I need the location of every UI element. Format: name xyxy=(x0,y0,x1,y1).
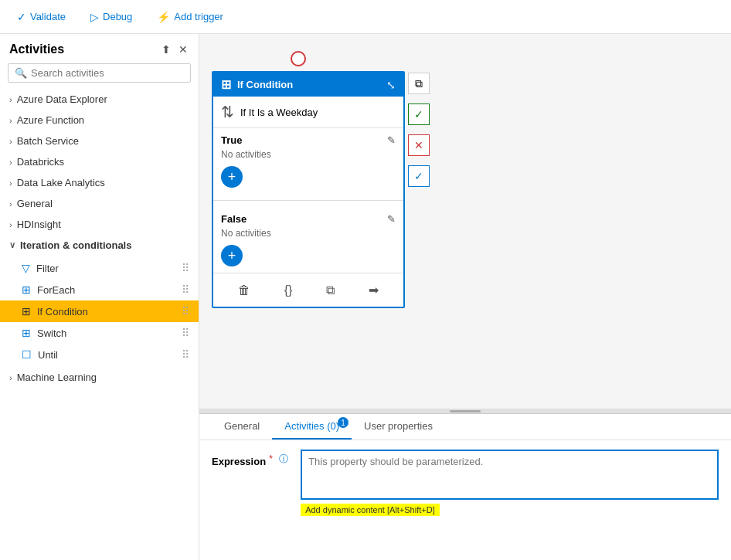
canvas-viewport: ⊞ If Condition ⤡ ⇅ If It Is a Weekday Tr… xyxy=(199,34,731,409)
chevron-right-icon: › xyxy=(9,95,12,104)
sidebar-item-switch[interactable]: ⊞ Switch ⠿ xyxy=(0,322,199,344)
card-header-left: ⊞ If Condition xyxy=(221,77,293,92)
sidebar-category-azure-data-explorer[interactable]: › Azure Data Explorer xyxy=(0,89,199,110)
sidebar: Activities ⬆ ✕ 🔍 › Azure Data Explorer ›… xyxy=(0,34,199,560)
true-no-activities: No activities xyxy=(221,149,396,160)
true-branch: True ✎ No activities + xyxy=(213,128,403,194)
sidebar-category-general[interactable]: › General xyxy=(0,193,199,214)
bottom-content: Expression * ⓘ Add dynamic content [Alt+… xyxy=(199,440,731,560)
card-expand-button[interactable]: ⤡ xyxy=(386,79,396,91)
true-label: True xyxy=(221,134,242,146)
card-name-row: ⇅ If It Is a Weekday xyxy=(213,97,403,128)
sidebar-item-label: ForEach xyxy=(37,284,75,296)
item-left: ⊞ ForEach xyxy=(22,283,75,296)
category-label: Azure Function xyxy=(17,114,84,126)
search-icon: 🔍 xyxy=(15,67,27,79)
side-icon-copy[interactable]: ⧉ xyxy=(408,73,430,94)
sidebar-collapse-icon[interactable]: ⬆ xyxy=(160,42,172,57)
sidebar-item-foreach[interactable]: ⊞ ForEach ⠿ xyxy=(0,279,199,300)
machine-learning-label: Machine Learning xyxy=(17,372,97,383)
chevron-right-icon: › xyxy=(9,199,12,209)
sidebar-category-databricks[interactable]: › Databricks xyxy=(0,151,199,172)
sidebar-category-hdinsight[interactable]: › HDInsight xyxy=(0,214,199,235)
search-input[interactable] xyxy=(31,67,184,79)
card-clone-button[interactable]: ⧉ xyxy=(320,280,341,300)
item-left: ▽ Filter xyxy=(22,262,59,274)
sidebar-item-label: Filter xyxy=(36,263,59,274)
branch-label-row: False ✎ xyxy=(221,213,396,225)
debug-button[interactable]: ▷ Debug xyxy=(86,8,137,26)
sidebar-category-batch-service[interactable]: › Batch Service xyxy=(0,131,199,151)
connector-circle xyxy=(291,51,306,66)
tab-activities-label: Activities (0) xyxy=(284,420,339,432)
false-label: False xyxy=(221,213,246,225)
sidebar-category-data-lake-analytics[interactable]: › Data Lake Analytics xyxy=(0,172,199,193)
category-label: Azure Data Explorer xyxy=(17,93,107,105)
card-next-button[interactable]: ➡ xyxy=(362,280,385,300)
sidebar-item-until[interactable]: ☐ Until ⠿ xyxy=(0,344,199,365)
info-icon[interactable]: ⓘ xyxy=(279,453,288,466)
drag-handle-icon: ⠿ xyxy=(182,262,189,274)
required-star: * xyxy=(269,453,273,464)
false-branch-edit-button[interactable]: ✎ xyxy=(387,213,396,225)
tab-activities[interactable]: Activities (0) 1 xyxy=(272,414,352,440)
tab-user-properties[interactable]: User properties xyxy=(352,414,445,440)
false-no-activities: No activities xyxy=(221,228,396,239)
card-name-text: If It Is a Weekday xyxy=(240,107,318,118)
category-label: Batch Service xyxy=(17,135,79,147)
bottom-panel: General Activities (0) 1 User properties… xyxy=(199,413,731,560)
true-branch-add-button[interactable]: + xyxy=(221,166,243,188)
sidebar-category-iteration[interactable]: ∨ Iteration & conditionals xyxy=(0,235,199,256)
sidebar-expanded-items: ▽ Filter ⠿ ⊞ ForEach ⠿ ⊞ If Condition ⠿ xyxy=(0,256,199,367)
collapse-bar-line xyxy=(450,410,481,412)
sidebar-close-icon[interactable]: ✕ xyxy=(177,42,189,57)
tab-general[interactable]: General xyxy=(212,414,272,440)
filter-icon: ▽ xyxy=(22,262,30,274)
sidebar-item-label: If Condition xyxy=(37,306,88,317)
sidebar-category-machine-learning[interactable]: › Machine Learning xyxy=(0,367,199,388)
validate-button[interactable]: ✓ Validate xyxy=(12,8,70,26)
side-icon-check-blue[interactable]: ✓ xyxy=(408,165,430,187)
true-branch-edit-button[interactable]: ✎ xyxy=(387,134,396,146)
false-branch-add-button[interactable]: + xyxy=(221,245,243,266)
foreach-icon: ⊞ xyxy=(22,283,31,296)
sidebar-category-azure-function[interactable]: › Azure Function xyxy=(0,110,199,131)
if-condition-card: ⊞ If Condition ⤡ ⇅ If It Is a Weekday Tr… xyxy=(212,71,405,308)
sidebar-title: Activities xyxy=(9,42,64,56)
category-label: HDInsight xyxy=(17,219,61,230)
side-icon-check-green[interactable]: ✓ xyxy=(408,104,430,125)
validate-icon: ✓ xyxy=(17,11,26,23)
card-delete-button[interactable]: 🗑 xyxy=(232,280,257,300)
sidebar-item-if-condition[interactable]: ⊞ If Condition ⠿ xyxy=(0,300,199,322)
category-label: Databricks xyxy=(17,156,64,168)
activities-badge: 1 xyxy=(338,417,348,428)
iteration-category-label: Iteration & conditionals xyxy=(20,239,131,251)
sidebar-item-filter[interactable]: ▽ Filter ⠿ xyxy=(0,257,199,279)
chevron-right-icon: › xyxy=(9,220,12,229)
branch-divider xyxy=(213,200,403,201)
card-json-button[interactable]: {} xyxy=(278,280,299,300)
expression-label-row: Expression * ⓘ xyxy=(212,450,288,467)
card-name-icon: ⇅ xyxy=(221,103,234,121)
search-box: 🔍 xyxy=(8,63,191,83)
card-header: ⊞ If Condition ⤡ xyxy=(213,73,403,97)
side-icon-cross-red[interactable]: ✕ xyxy=(408,134,430,156)
chevron-right-icon: › xyxy=(9,116,12,125)
card-actions: 🗑 {} ⧉ ➡ xyxy=(213,273,403,307)
sidebar-item-label: Until xyxy=(38,349,58,361)
validate-label: Validate xyxy=(30,11,66,22)
if-condition-icon: ⊞ xyxy=(22,305,31,317)
chevron-right-icon: › xyxy=(9,373,12,382)
dynamic-content-hint[interactable]: Add dynamic content [Alt+Shift+D] xyxy=(301,504,440,516)
card-header-title: If Condition xyxy=(237,79,293,90)
canvas-side-icons: ⧉ ✓ ✕ ✓ xyxy=(408,73,430,187)
sidebar-icons: ⬆ ✕ xyxy=(160,42,189,57)
expression-input[interactable] xyxy=(301,450,719,500)
until-icon: ☐ xyxy=(22,348,32,361)
tab-user-properties-label: User properties xyxy=(364,420,433,432)
drag-handle-icon: ⠿ xyxy=(182,305,189,317)
drag-handle-icon: ⠿ xyxy=(182,283,189,296)
trigger-icon: ⚡ xyxy=(157,11,170,23)
expression-label: Expression xyxy=(212,453,266,467)
add-trigger-button[interactable]: ⚡ Add trigger xyxy=(152,8,228,26)
